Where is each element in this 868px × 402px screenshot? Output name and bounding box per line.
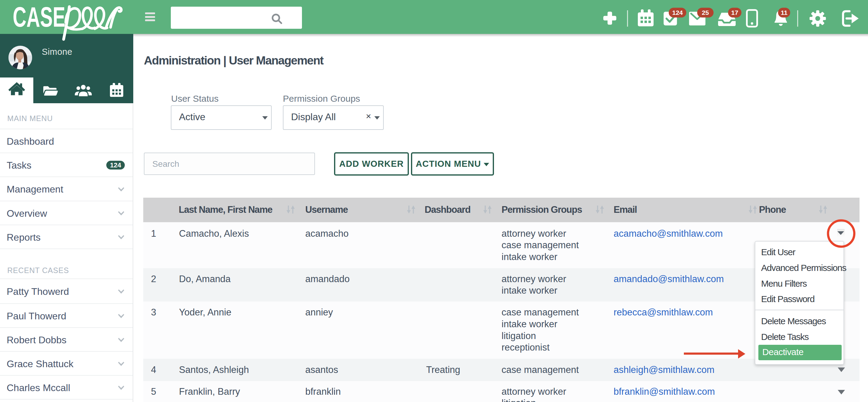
svg-text:CASE: CASE (13, 5, 65, 33)
svg-text:124: 124 (672, 9, 683, 16)
svg-text:11: 11 (781, 9, 788, 16)
svg-text:25: 25 (702, 9, 709, 16)
svg-text:17: 17 (731, 9, 738, 16)
